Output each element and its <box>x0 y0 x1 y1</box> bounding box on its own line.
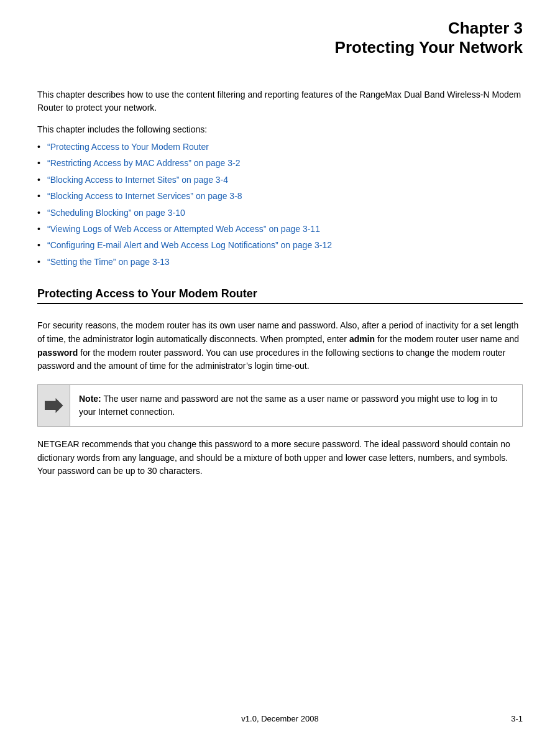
netgear-paragraph: NETGEAR recommends that you change this … <box>37 438 523 478</box>
page-container: Chapter 3 Protecting Your Network This c… <box>0 0 560 742</box>
chapter-title-line2: Protecting Your Network <box>37 38 523 57</box>
toc-list: “Protecting Access to Your Modem Router … <box>37 140 523 269</box>
note-icon-area <box>38 385 70 426</box>
page-number: 3-1 <box>511 714 523 723</box>
note-text: The user name and password are not the s… <box>79 394 498 417</box>
toc-link-8[interactable]: “Setting the Time” on page 3-13 <box>47 257 170 267</box>
note-label: Note: <box>79 394 101 404</box>
section1-heading: Protecting Access to Your Modem Router <box>37 287 523 304</box>
list-item[interactable]: “Setting the Time” on page 3-13 <box>37 255 523 269</box>
toc-link-4[interactable]: “Blocking Access to Internet Services” o… <box>47 191 242 201</box>
note-text-area: Note: The user name and password are not… <box>70 385 522 426</box>
toc-link-5[interactable]: “Scheduling Blocking” on page 3-10 <box>47 208 185 218</box>
section1-body: For security reasons, the modem router h… <box>37 319 523 373</box>
footer-version: v1.0, December 2008 <box>241 714 318 723</box>
list-item[interactable]: “Viewing Logs of Web Access or Attempted… <box>37 222 523 236</box>
toc-link-7[interactable]: “Configuring E-mail Alert and Web Access… <box>47 240 332 250</box>
toc-link-3[interactable]: “Blocking Access to Internet Sites” on p… <box>47 175 228 185</box>
list-item[interactable]: “Configuring E-mail Alert and Web Access… <box>37 238 523 252</box>
list-item[interactable]: “Blocking Access to Internet Services” o… <box>37 189 523 203</box>
arrow-icon <box>45 398 63 413</box>
intro-paragraph-1: This chapter describes how to use the co… <box>37 88 523 114</box>
list-item[interactable]: “Protecting Access to Your Modem Router <box>37 140 523 154</box>
chapter-header: Chapter 3 Protecting Your Network <box>37 19 523 57</box>
section1-text-end: for the modem router password. You can u… <box>37 348 505 371</box>
section1-bold-password: password <box>37 348 78 358</box>
page-footer: v1.0, December 2008 <box>0 714 560 723</box>
toc-link-1[interactable]: “Protecting Access to Your Modem Router <box>47 142 209 152</box>
section1-text-middle: for the modem router user name and <box>375 334 519 344</box>
list-item[interactable]: “Scheduling Blocking” on page 3-10 <box>37 206 523 220</box>
note-box: Note: The user name and password are not… <box>37 384 523 427</box>
section1-bold-admin: admin <box>349 334 375 344</box>
toc-link-2[interactable]: “Restricting Access by MAC Address” on p… <box>47 158 240 168</box>
toc-intro: This chapter includes the following sect… <box>37 123 523 136</box>
list-item[interactable]: “Restricting Access by MAC Address” on p… <box>37 156 523 170</box>
list-item[interactable]: “Blocking Access to Internet Sites” on p… <box>37 173 523 187</box>
toc-link-6[interactable]: “Viewing Logs of Web Access or Attempted… <box>47 224 320 234</box>
chapter-title-line1: Chapter 3 <box>37 19 523 38</box>
toc-section: This chapter includes the following sect… <box>37 123 523 269</box>
